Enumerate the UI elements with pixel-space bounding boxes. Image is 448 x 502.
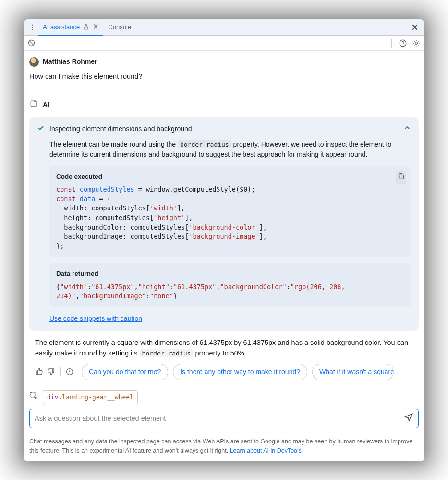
ai-label: AI [43, 100, 49, 110]
tab-label: AI assistance [43, 24, 80, 31]
svg-point-5 [403, 44, 403, 45]
svg-rect-7 [31, 101, 36, 107]
block-icon[interactable] [27, 39, 36, 47]
tab-console[interactable]: Console [103, 19, 136, 35]
suggestion-chip[interactable]: Can you do that for me? [82, 364, 168, 380]
check-icon [37, 124, 45, 135]
footer-disclaimer: Chat messages and any data the inspected… [24, 433, 424, 460]
gear-icon[interactable] [412, 39, 421, 48]
ai-message: AI Inspecting element dimensions and bac… [24, 90, 424, 388]
feedback-row: Can you do that for me? Is there any oth… [29, 359, 419, 388]
data-returned-block: Data returned {"width":"61.4375px","heig… [49, 263, 411, 307]
svg-point-2 [32, 29, 33, 30]
svg-point-0 [32, 24, 33, 25]
caution-link[interactable]: Use code snippets with caution [49, 314, 142, 324]
panel-description: The element can be made round using the … [49, 139, 411, 159]
ai-summary: The element is currently a square with d… [29, 337, 419, 359]
help-icon[interactable] [399, 39, 407, 48]
question-input-container [29, 409, 419, 428]
tab-bar: AI assistance Console [24, 19, 424, 36]
element-chip[interactable]: div.landing-gear__wheel [43, 390, 138, 404]
user-name: Matthias Rohmer [43, 57, 97, 67]
svg-rect-8 [400, 175, 403, 179]
code-content: const computedStyles = window.getCompute… [56, 185, 404, 251]
close-tab-icon[interactable] [93, 24, 98, 31]
user-message: Matthias Rohmer How can I make this elem… [24, 57, 424, 90]
toolbar [24, 36, 424, 51]
svg-point-1 [32, 26, 33, 27]
svg-point-6 [415, 42, 418, 44]
ai-spark-icon [29, 99, 39, 111]
report-icon[interactable] [65, 367, 74, 376]
code-inline: border-radius [140, 349, 194, 357]
suggestion-chip[interactable]: Is there any other way to make it round? [173, 364, 307, 380]
devtools-window: AI assistance Console [24, 19, 424, 461]
inspection-panel: Inspecting element dimensions and backgr… [29, 117, 419, 331]
tab-label: Console [108, 24, 131, 31]
code-block-title: Code executed [56, 172, 404, 182]
suggestion-chip[interactable]: What if it wasn't a square? [312, 364, 394, 380]
learn-more-link[interactable]: Learn about AI in DevTools [230, 447, 302, 454]
svg-point-4 [400, 40, 406, 47]
code-executed-block: Code executed const computedStyles = win… [49, 166, 411, 257]
question-input[interactable] [35, 415, 404, 422]
panel-title: Inspecting element dimensions and backgr… [49, 124, 399, 134]
avatar [29, 57, 39, 67]
select-node-icon[interactable] [29, 392, 38, 403]
selected-element-row: div.landing-gear__wheel [24, 388, 424, 408]
suggestion-chips: Can you do that for me? Is there any oth… [82, 364, 394, 380]
send-icon[interactable] [404, 412, 413, 425]
chevron-up-icon[interactable] [403, 124, 411, 135]
code-block-title: Data returned [56, 269, 404, 279]
svg-point-10 [69, 373, 70, 374]
thumbs-up-icon[interactable] [35, 367, 44, 376]
thumbs-down-icon[interactable] [47, 367, 55, 376]
user-question: How can I make this element round? [29, 72, 419, 82]
chat-content: Matthias Rohmer How can I make this elem… [24, 51, 424, 461]
close-panel-icon[interactable] [408, 24, 422, 31]
code-inline: border-radius [178, 140, 231, 148]
flask-icon [83, 23, 89, 31]
kebab-menu-icon[interactable] [26, 24, 38, 31]
data-content: {"width":"61.4375px","height":"61.4375px… [56, 282, 404, 301]
copy-icon[interactable] [396, 171, 406, 184]
tab-ai-assistance[interactable]: AI assistance [38, 20, 103, 36]
